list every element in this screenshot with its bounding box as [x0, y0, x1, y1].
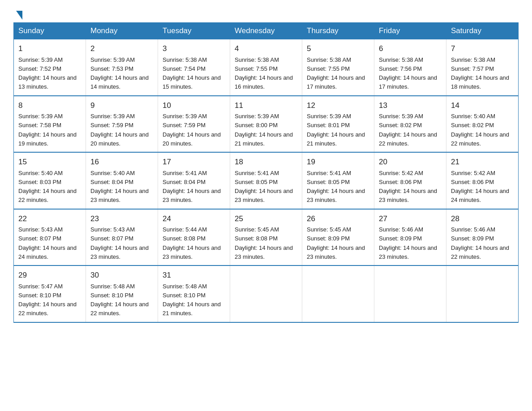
day-info: Sunrise: 5:40 AMSunset: 8:04 PMDaylight:… [90, 170, 149, 204]
day-info: Sunrise: 5:40 AMSunset: 8:02 PMDaylight:… [451, 113, 509, 147]
day-number: 8 [18, 100, 81, 111]
day-header-saturday: Saturday [446, 23, 519, 39]
day-info: Sunrise: 5:39 AMSunset: 7:52 PMDaylight:… [18, 56, 77, 90]
calendar-day-cell: 24Sunrise: 5:44 AMSunset: 8:08 PMDayligh… [158, 209, 230, 266]
day-info: Sunrise: 5:43 AMSunset: 8:07 PMDaylight:… [18, 226, 77, 260]
day-number: 23 [90, 213, 153, 225]
calendar-day-cell: 1Sunrise: 5:39 AMSunset: 7:52 PMDaylight… [14, 39, 86, 96]
day-header-sunday: Sunday [14, 23, 86, 39]
calendar-day-cell: 28Sunrise: 5:46 AMSunset: 8:09 PMDayligh… [446, 209, 519, 266]
day-number: 3 [163, 43, 225, 55]
calendar-day-cell: 22Sunrise: 5:43 AMSunset: 8:07 PMDayligh… [14, 209, 86, 266]
day-number: 4 [235, 43, 297, 55]
day-header-thursday: Thursday [302, 23, 374, 39]
day-number: 21 [451, 156, 514, 168]
day-number: 9 [90, 100, 153, 111]
calendar-day-cell: 26Sunrise: 5:45 AMSunset: 8:09 PMDayligh… [302, 209, 374, 266]
day-number: 28 [451, 213, 514, 225]
day-number: 5 [307, 43, 369, 55]
day-info: Sunrise: 5:39 AMSunset: 7:59 PMDaylight:… [163, 113, 221, 147]
day-number: 30 [90, 270, 153, 281]
day-number: 19 [307, 156, 369, 168]
day-number: 18 [235, 156, 297, 168]
calendar-header-row: SundayMondayTuesdayWednesdayThursdayFrid… [14, 23, 519, 39]
day-number: 6 [379, 43, 442, 55]
page-header [13, 9, 519, 18]
day-number: 13 [379, 100, 442, 111]
day-info: Sunrise: 5:48 AMSunset: 8:10 PMDaylight:… [163, 283, 221, 317]
calendar-day-cell: 14Sunrise: 5:40 AMSunset: 8:02 PMDayligh… [446, 96, 519, 153]
day-info: Sunrise: 5:46 AMSunset: 8:09 PMDaylight:… [379, 226, 437, 260]
calendar-week-row: 15Sunrise: 5:40 AMSunset: 8:03 PMDayligh… [14, 152, 519, 209]
calendar-day-cell: 9Sunrise: 5:39 AMSunset: 7:59 PMDaylight… [86, 96, 158, 153]
calendar-day-cell [302, 265, 374, 322]
day-info: Sunrise: 5:38 AMSunset: 7:57 PMDaylight:… [451, 56, 509, 90]
calendar-week-row: 8Sunrise: 5:39 AMSunset: 7:58 PMDaylight… [14, 96, 519, 153]
day-number: 26 [307, 213, 369, 225]
day-info: Sunrise: 5:45 AMSunset: 8:09 PMDaylight:… [307, 226, 365, 260]
calendar-week-row: 1Sunrise: 5:39 AMSunset: 7:52 PMDaylight… [14, 39, 519, 96]
calendar-day-cell: 3Sunrise: 5:38 AMSunset: 7:54 PMDaylight… [158, 39, 230, 96]
day-header-tuesday: Tuesday [158, 23, 230, 39]
day-number: 14 [451, 100, 514, 111]
day-number: 2 [90, 43, 153, 55]
day-info: Sunrise: 5:48 AMSunset: 8:10 PMDaylight:… [90, 283, 149, 317]
day-number: 22 [18, 213, 81, 225]
day-info: Sunrise: 5:39 AMSunset: 8:00 PMDaylight:… [235, 113, 293, 147]
calendar-week-row: 22Sunrise: 5:43 AMSunset: 8:07 PMDayligh… [14, 209, 519, 266]
calendar-day-cell: 6Sunrise: 5:38 AMSunset: 7:56 PMDaylight… [374, 39, 446, 96]
calendar-day-cell: 21Sunrise: 5:42 AMSunset: 8:06 PMDayligh… [446, 152, 519, 209]
day-number: 16 [90, 156, 153, 168]
day-header-wednesday: Wednesday [230, 23, 302, 39]
calendar-day-cell: 5Sunrise: 5:38 AMSunset: 7:55 PMDaylight… [302, 39, 374, 96]
day-info: Sunrise: 5:47 AMSunset: 8:10 PMDaylight:… [18, 283, 77, 317]
day-info: Sunrise: 5:39 AMSunset: 8:01 PMDaylight:… [307, 113, 365, 147]
calendar-day-cell: 17Sunrise: 5:41 AMSunset: 8:04 PMDayligh… [158, 152, 230, 209]
day-header-monday: Monday [86, 23, 158, 39]
calendar-day-cell: 13Sunrise: 5:39 AMSunset: 8:02 PMDayligh… [374, 96, 446, 153]
day-number: 20 [379, 156, 442, 168]
calendar-day-cell [446, 265, 519, 322]
calendar-day-cell: 18Sunrise: 5:41 AMSunset: 8:05 PMDayligh… [230, 152, 302, 209]
day-number: 10 [163, 100, 225, 111]
calendar-day-cell: 29Sunrise: 5:47 AMSunset: 8:10 PMDayligh… [14, 265, 86, 322]
calendar-table: SundayMondayTuesdayWednesdayThursdayFrid… [13, 22, 519, 323]
calendar-day-cell: 7Sunrise: 5:38 AMSunset: 7:57 PMDaylight… [446, 39, 519, 96]
calendar-day-cell: 4Sunrise: 5:38 AMSunset: 7:55 PMDaylight… [230, 39, 302, 96]
day-number: 15 [18, 156, 81, 168]
day-info: Sunrise: 5:40 AMSunset: 8:03 PMDaylight:… [18, 170, 77, 204]
day-info: Sunrise: 5:45 AMSunset: 8:08 PMDaylight:… [235, 226, 293, 260]
day-number: 11 [235, 100, 297, 111]
day-info: Sunrise: 5:41 AMSunset: 8:05 PMDaylight:… [235, 170, 293, 204]
day-info: Sunrise: 5:43 AMSunset: 8:07 PMDaylight:… [90, 226, 149, 260]
day-info: Sunrise: 5:44 AMSunset: 8:08 PMDaylight:… [163, 226, 221, 260]
calendar-day-cell: 11Sunrise: 5:39 AMSunset: 8:00 PMDayligh… [230, 96, 302, 153]
day-info: Sunrise: 5:41 AMSunset: 8:05 PMDaylight:… [307, 170, 365, 204]
day-info: Sunrise: 5:38 AMSunset: 7:55 PMDaylight:… [307, 56, 365, 90]
calendar-day-cell: 31Sunrise: 5:48 AMSunset: 8:10 PMDayligh… [158, 265, 230, 322]
day-info: Sunrise: 5:41 AMSunset: 8:04 PMDaylight:… [163, 170, 221, 204]
calendar-day-cell [374, 265, 446, 322]
day-info: Sunrise: 5:42 AMSunset: 8:06 PMDaylight:… [379, 170, 437, 204]
day-info: Sunrise: 5:42 AMSunset: 8:06 PMDaylight:… [451, 170, 509, 204]
calendar-day-cell: 2Sunrise: 5:39 AMSunset: 7:53 PMDaylight… [86, 39, 158, 96]
calendar-day-cell: 15Sunrise: 5:40 AMSunset: 8:03 PMDayligh… [14, 152, 86, 209]
day-info: Sunrise: 5:46 AMSunset: 8:09 PMDaylight:… [451, 226, 509, 260]
calendar-day-cell: 27Sunrise: 5:46 AMSunset: 8:09 PMDayligh… [374, 209, 446, 266]
calendar-day-cell: 23Sunrise: 5:43 AMSunset: 8:07 PMDayligh… [86, 209, 158, 266]
day-info: Sunrise: 5:39 AMSunset: 8:02 PMDaylight:… [379, 113, 437, 147]
day-info: Sunrise: 5:38 AMSunset: 7:56 PMDaylight:… [379, 56, 437, 90]
day-number: 12 [307, 100, 369, 111]
calendar-day-cell: 10Sunrise: 5:39 AMSunset: 7:59 PMDayligh… [158, 96, 230, 153]
calendar-day-cell: 16Sunrise: 5:40 AMSunset: 8:04 PMDayligh… [86, 152, 158, 209]
logo-arrow-icon [16, 11, 22, 20]
day-number: 7 [451, 43, 514, 55]
day-number: 25 [235, 213, 297, 225]
day-number: 1 [18, 43, 81, 55]
day-number: 29 [18, 270, 81, 281]
day-number: 27 [379, 213, 442, 225]
logo [13, 9, 22, 18]
calendar-day-cell: 30Sunrise: 5:48 AMSunset: 8:10 PMDayligh… [86, 265, 158, 322]
calendar-day-cell: 19Sunrise: 5:41 AMSunset: 8:05 PMDayligh… [302, 152, 374, 209]
calendar-day-cell: 20Sunrise: 5:42 AMSunset: 8:06 PMDayligh… [374, 152, 446, 209]
